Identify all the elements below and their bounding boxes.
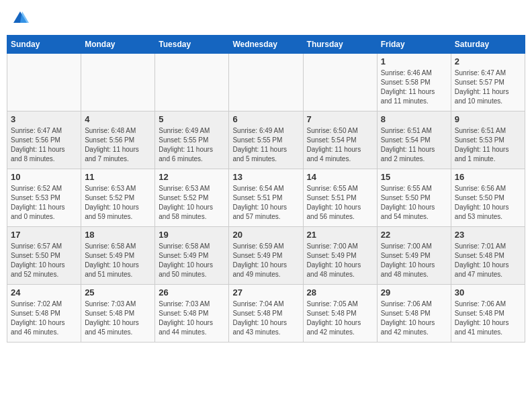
day-info: Sunrise: 7:04 AM Sunset: 5:48 PM Dayligh… <box>232 300 299 337</box>
weekday-header-monday: Monday <box>81 36 155 54</box>
calendar-table: SundayMondayTuesdayWednesdayThursdayFrid… <box>7 35 525 342</box>
day-number: 8 <box>381 114 447 124</box>
day-info: Sunrise: 6:59 AM Sunset: 5:49 PM Dayligh… <box>232 242 299 279</box>
calendar-cell: 3Sunrise: 6:47 AM Sunset: 5:56 PM Daylig… <box>7 111 81 169</box>
calendar-cell: 4Sunrise: 6:48 AM Sunset: 5:56 PM Daylig… <box>81 111 155 169</box>
calendar-week-4: 17Sunrise: 6:57 AM Sunset: 5:50 PM Dayli… <box>7 227 525 285</box>
calendar-cell: 18Sunrise: 6:58 AM Sunset: 5:49 PM Dayli… <box>81 227 155 285</box>
day-info: Sunrise: 6:54 AM Sunset: 5:51 PM Dayligh… <box>232 184 299 222</box>
day-number: 28 <box>307 287 373 298</box>
calendar-cell <box>155 54 229 111</box>
calendar-cell: 17Sunrise: 6:57 AM Sunset: 5:50 PM Dayli… <box>7 227 81 285</box>
weekday-header-tuesday: Tuesday <box>155 36 229 54</box>
calendar-cell: 25Sunrise: 7:03 AM Sunset: 5:48 PM Dayli… <box>81 285 155 342</box>
day-info: Sunrise: 6:47 AM Sunset: 5:57 PM Dayligh… <box>455 68 521 106</box>
day-number: 10 <box>11 172 77 182</box>
day-number: 18 <box>85 230 151 240</box>
calendar-cell <box>229 54 303 111</box>
day-info: Sunrise: 6:47 AM Sunset: 5:56 PM Dayligh… <box>11 126 77 164</box>
day-info: Sunrise: 7:05 AM Sunset: 5:48 PM Dayligh… <box>307 300 373 337</box>
calendar-cell: 14Sunrise: 6:55 AM Sunset: 5:51 PM Dayli… <box>303 169 377 227</box>
day-number: 5 <box>159 114 225 124</box>
day-info: Sunrise: 6:58 AM Sunset: 5:49 PM Dayligh… <box>85 242 151 279</box>
day-info: Sunrise: 6:56 AM Sunset: 5:50 PM Dayligh… <box>455 184 521 222</box>
day-number: 11 <box>85 172 151 182</box>
day-number: 13 <box>232 172 299 182</box>
day-info: Sunrise: 6:57 AM Sunset: 5:50 PM Dayligh… <box>11 242 77 279</box>
day-number: 25 <box>85 287 151 298</box>
calendar-week-5: 24Sunrise: 7:02 AM Sunset: 5:48 PM Dayli… <box>7 285 525 342</box>
day-info: Sunrise: 7:00 AM Sunset: 5:49 PM Dayligh… <box>307 242 373 279</box>
day-info: Sunrise: 6:49 AM Sunset: 5:55 PM Dayligh… <box>232 126 299 164</box>
calendar-cell <box>303 54 377 111</box>
calendar-cell: 9Sunrise: 6:51 AM Sunset: 5:53 PM Daylig… <box>451 111 525 169</box>
calendar-cell: 1Sunrise: 6:46 AM Sunset: 5:58 PM Daylig… <box>377 54 451 111</box>
calendar-header: SundayMondayTuesdayWednesdayThursdayFrid… <box>7 36 525 54</box>
calendar-cell: 27Sunrise: 7:04 AM Sunset: 5:48 PM Dayli… <box>229 285 303 342</box>
day-number: 4 <box>85 114 151 124</box>
calendar-cell: 29Sunrise: 7:06 AM Sunset: 5:48 PM Dayli… <box>377 285 451 342</box>
calendar-week-1: 1Sunrise: 6:46 AM Sunset: 5:58 PM Daylig… <box>7 54 525 111</box>
weekday-header-thursday: Thursday <box>303 36 377 54</box>
calendar-cell: 26Sunrise: 7:03 AM Sunset: 5:48 PM Dayli… <box>155 285 229 342</box>
day-number: 30 <box>455 287 521 298</box>
day-info: Sunrise: 7:03 AM Sunset: 5:48 PM Dayligh… <box>159 300 225 337</box>
day-number: 20 <box>232 230 299 240</box>
calendar-cell: 19Sunrise: 6:58 AM Sunset: 5:49 PM Dayli… <box>155 227 229 285</box>
day-info: Sunrise: 7:06 AM Sunset: 5:48 PM Dayligh… <box>455 300 521 337</box>
calendar-cell: 24Sunrise: 7:02 AM Sunset: 5:48 PM Dayli… <box>7 285 81 342</box>
day-number: 1 <box>381 56 447 66</box>
day-info: Sunrise: 6:48 AM Sunset: 5:56 PM Dayligh… <box>85 126 151 164</box>
calendar-cell: 11Sunrise: 6:53 AM Sunset: 5:52 PM Dayli… <box>81 169 155 227</box>
calendar-cell <box>81 54 155 111</box>
day-number: 6 <box>232 114 299 124</box>
day-number: 14 <box>307 172 373 182</box>
page-header <box>7 7 525 30</box>
day-info: Sunrise: 6:55 AM Sunset: 5:50 PM Dayligh… <box>381 184 447 222</box>
day-number: 23 <box>455 230 521 240</box>
day-info: Sunrise: 6:55 AM Sunset: 5:51 PM Dayligh… <box>307 184 373 222</box>
day-info: Sunrise: 6:53 AM Sunset: 5:52 PM Dayligh… <box>159 184 225 222</box>
day-info: Sunrise: 7:06 AM Sunset: 5:48 PM Dayligh… <box>381 300 447 337</box>
calendar-cell: 16Sunrise: 6:56 AM Sunset: 5:50 PM Dayli… <box>451 169 525 227</box>
day-number: 27 <box>232 287 299 298</box>
calendar-cell: 30Sunrise: 7:06 AM Sunset: 5:48 PM Dayli… <box>451 285 525 342</box>
calendar-cell: 15Sunrise: 6:55 AM Sunset: 5:50 PM Dayli… <box>377 169 451 227</box>
calendar-cell: 28Sunrise: 7:05 AM Sunset: 5:48 PM Dayli… <box>303 285 377 342</box>
day-number: 29 <box>381 287 447 298</box>
day-number: 2 <box>455 56 521 66</box>
logo-icon <box>11 9 29 27</box>
day-info: Sunrise: 7:00 AM Sunset: 5:49 PM Dayligh… <box>381 242 447 279</box>
weekday-header-row: SundayMondayTuesdayWednesdayThursdayFrid… <box>7 36 525 54</box>
day-info: Sunrise: 6:49 AM Sunset: 5:55 PM Dayligh… <box>159 126 225 164</box>
day-info: Sunrise: 6:50 AM Sunset: 5:54 PM Dayligh… <box>307 126 373 164</box>
day-number: 26 <box>159 287 225 298</box>
day-info: Sunrise: 7:03 AM Sunset: 5:48 PM Dayligh… <box>85 300 151 337</box>
day-number: 7 <box>307 114 373 124</box>
day-info: Sunrise: 7:01 AM Sunset: 5:48 PM Dayligh… <box>455 242 521 279</box>
calendar-cell: 22Sunrise: 7:00 AM Sunset: 5:49 PM Dayli… <box>377 227 451 285</box>
weekday-header-wednesday: Wednesday <box>229 36 303 54</box>
day-number: 19 <box>159 230 225 240</box>
day-number: 9 <box>455 114 521 124</box>
day-info: Sunrise: 6:46 AM Sunset: 5:58 PM Dayligh… <box>381 68 447 106</box>
day-info: Sunrise: 6:53 AM Sunset: 5:52 PM Dayligh… <box>85 184 151 222</box>
svg-marker-1 <box>20 11 29 23</box>
calendar-cell: 20Sunrise: 6:59 AM Sunset: 5:49 PM Dayli… <box>229 227 303 285</box>
calendar-cell: 8Sunrise: 6:51 AM Sunset: 5:54 PM Daylig… <box>377 111 451 169</box>
logo <box>11 9 28 27</box>
calendar-cell: 13Sunrise: 6:54 AM Sunset: 5:51 PM Dayli… <box>229 169 303 227</box>
weekday-header-saturday: Saturday <box>451 36 525 54</box>
calendar-cell: 23Sunrise: 7:01 AM Sunset: 5:48 PM Dayli… <box>451 227 525 285</box>
day-info: Sunrise: 6:51 AM Sunset: 5:54 PM Dayligh… <box>381 126 447 164</box>
calendar-cell: 5Sunrise: 6:49 AM Sunset: 5:55 PM Daylig… <box>155 111 229 169</box>
day-number: 17 <box>11 230 77 240</box>
day-number: 3 <box>11 114 77 124</box>
calendar-cell: 2Sunrise: 6:47 AM Sunset: 5:57 PM Daylig… <box>451 54 525 111</box>
calendar-cell: 7Sunrise: 6:50 AM Sunset: 5:54 PM Daylig… <box>303 111 377 169</box>
calendar-cell: 21Sunrise: 7:00 AM Sunset: 5:49 PM Dayli… <box>303 227 377 285</box>
day-info: Sunrise: 6:58 AM Sunset: 5:49 PM Dayligh… <box>159 242 225 279</box>
day-number: 15 <box>381 172 447 182</box>
day-number: 24 <box>11 287 77 298</box>
day-number: 22 <box>381 230 447 240</box>
